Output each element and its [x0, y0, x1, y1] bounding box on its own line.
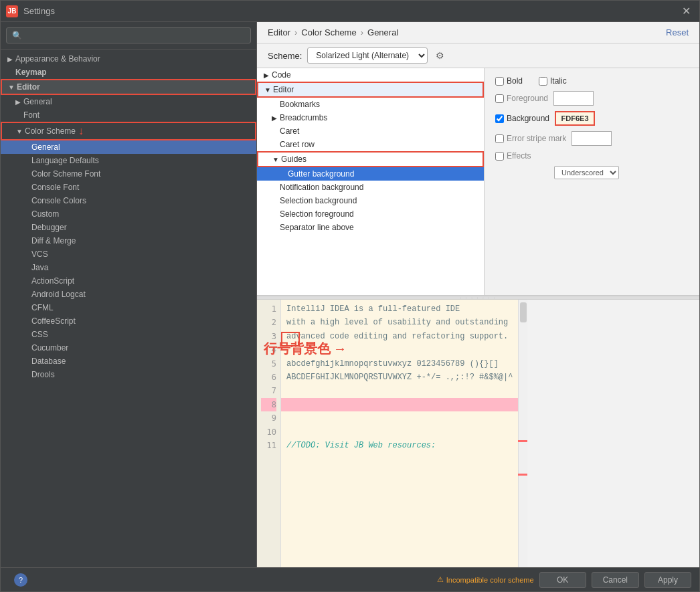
bold-italic-row: Bold Italic: [495, 76, 689, 86]
arrow-icon: [22, 290, 30, 298]
line-num-5: 5: [261, 357, 276, 371]
line-num-1: 1: [261, 302, 276, 316]
error-stripe-checkbox[interactable]: [495, 134, 504, 143]
arrow-icon: [22, 197, 30, 205]
breadcrumb: Editor › Color Scheme › General: [268, 27, 398, 37]
foreground-checkbox[interactable]: [495, 94, 504, 103]
sidebar-item-label: Console Font: [31, 183, 79, 192]
sidebar-item-css[interactable]: CSS: [1, 328, 256, 341]
preview-scrollbar[interactable]: [518, 300, 527, 567]
search-input[interactable]: [6, 27, 251, 43]
sidebar-item-general[interactable]: General: [1, 95, 256, 108]
sidebar-item-database[interactable]: Database: [1, 355, 256, 368]
tree-item-notif-bg[interactable]: Notification background: [257, 181, 484, 194]
sidebar-item-label: Keymap: [15, 68, 47, 77]
cancel-button[interactable]: Cancel: [592, 572, 639, 588]
sidebar-item-keymap[interactable]: Keymap: [1, 66, 256, 79]
nav-tree: Appearance & Behavior Keymap Editor Gene…: [1, 50, 256, 567]
arrow-icon: [14, 111, 22, 119]
code-line-11: //TODO: Visit JB Web resources:: [286, 439, 513, 452]
sidebar-item-label: Color Scheme: [25, 126, 76, 136]
sidebar-item-appearance[interactable]: Appearance & Behavior: [1, 52, 256, 66]
reset-button[interactable]: Reset: [666, 27, 689, 37]
gear-button[interactable]: ⚙: [433, 49, 447, 62]
effects-checkbox-label[interactable]: Effects: [495, 151, 531, 161]
sidebar-item-drools[interactable]: Drools: [1, 368, 256, 381]
sidebar-item-label: CSS: [31, 330, 48, 339]
bold-checkbox-label[interactable]: Bold: [495, 76, 523, 86]
sidebar-item-diff-merge[interactable]: Diff & Merge: [1, 234, 256, 248]
tree-item-bookmarks[interactable]: Bookmarks: [257, 98, 484, 111]
arrow-icon: [22, 237, 30, 245]
help-button[interactable]: ?: [14, 573, 27, 587]
close-button[interactable]: ✕: [678, 3, 694, 19]
error-stripe-swatch[interactable]: [572, 131, 612, 146]
tree-item-selection-bg[interactable]: Selection background: [257, 194, 484, 207]
tree-item-separator[interactable]: Separator line above: [257, 221, 484, 234]
chinese-label: 行号背景色: [264, 340, 331, 358]
effects-select[interactable]: Underscored Underwave Bordered: [554, 166, 619, 179]
line-num-9: 9: [261, 411, 276, 425]
sidebar-item-lang-defaults[interactable]: Language Defaults: [1, 154, 256, 167]
tree-item-guides[interactable]: Guides: [257, 151, 484, 167]
sidebar-item-cucumber[interactable]: Cucumber: [1, 341, 256, 355]
sidebar-item-console-colors[interactable]: Console Colors: [1, 194, 256, 207]
tree-item-breadcrumbs[interactable]: Breadcrumbs: [257, 111, 484, 124]
sidebar-item-cfml[interactable]: CFML: [1, 301, 256, 314]
background-color-swatch[interactable]: FDF6E3: [555, 111, 595, 126]
tree-item-selection-fg[interactable]: Selection foreground: [257, 207, 484, 221]
sidebar-item-label: Color Scheme Font: [31, 169, 100, 179]
sidebar-item-color-scheme[interactable]: Color Scheme ↓: [1, 122, 256, 140]
bottom-bar: ? ⚠ Incompatible color scheme OK Cancel …: [1, 567, 699, 591]
tree-item-gutter-bg[interactable]: Gutter background: [257, 167, 484, 181]
background-row: Background FDF6E3: [495, 111, 689, 126]
sidebar-item-java[interactable]: Java: [1, 261, 256, 274]
sidebar-item-coffeescript[interactable]: CoffeeScript: [1, 314, 256, 328]
italic-checkbox-label[interactable]: Italic: [539, 76, 567, 86]
sidebar-item-custom[interactable]: Custom: [1, 207, 256, 221]
code-line-1: IntelliJ IDEA is a full-featured IDE: [286, 302, 513, 316]
foreground-checkbox-label[interactable]: Foreground: [495, 94, 548, 103]
sidebar-item-android-logcat[interactable]: Android Logcat: [1, 288, 256, 301]
effects-checkbox[interactable]: [495, 152, 504, 161]
sidebar-item-console-font[interactable]: Console Font: [1, 181, 256, 194]
italic-checkbox[interactable]: [539, 77, 547, 86]
arrow-icon: [22, 223, 30, 231]
arrow-icon: [22, 304, 30, 312]
tree-item-label: Notification background: [280, 183, 363, 192]
tree-item-code[interactable]: Code: [257, 68, 484, 82]
breadcrumb-sep-2: ›: [361, 27, 363, 37]
tree-item-editor[interactable]: Editor: [257, 82, 484, 98]
scheme-select[interactable]: Solarized Light (Alternate) Default Darc…: [307, 47, 428, 64]
sidebar-item-font[interactable]: Font: [1, 108, 256, 122]
foreground-swatch[interactable]: [553, 91, 594, 106]
background-checkbox[interactable]: [495, 114, 504, 123]
sidebar-item-debugger[interactable]: Debugger: [1, 221, 256, 234]
apply-button[interactable]: Apply: [644, 572, 691, 588]
right-panel: Editor › Color Scheme › General Reset Sc…: [257, 22, 699, 567]
code-line-2: with a high level of usability and outst…: [286, 316, 513, 329]
foreground-row: Foreground: [495, 91, 689, 106]
window-title: Settings: [23, 6, 678, 16]
arrow-icon: [22, 344, 30, 352]
background-checkbox-label[interactable]: Background: [495, 114, 549, 123]
arrow-icon: [22, 183, 30, 191]
bold-checkbox[interactable]: [495, 77, 504, 86]
search-bar: [1, 22, 256, 50]
sidebar-item-vcs[interactable]: VCS: [1, 248, 256, 261]
ok-button[interactable]: OK: [539, 572, 586, 588]
sidebar-item-general-cs[interactable]: General: [1, 140, 256, 154]
scrollbar-thumb[interactable]: [520, 302, 527, 322]
sidebar-item-label: Android Logcat: [31, 290, 86, 299]
sidebar-item-cs-font[interactable]: Color Scheme Font: [1, 167, 256, 181]
error-stripe-label: Error stripe mark: [507, 134, 566, 143]
error-stripe-row: Error stripe mark: [495, 131, 689, 146]
error-stripe-checkbox-label[interactable]: Error stripe mark: [495, 134, 566, 143]
sidebar-item-editor[interactable]: Editor: [1, 79, 256, 95]
sidebar-item-label: Language Defaults: [31, 156, 99, 165]
arrow-icon: [22, 357, 30, 365]
tree-item-caret-row[interactable]: Caret row: [257, 138, 484, 151]
sidebar-item-label: General: [31, 142, 60, 152]
sidebar-item-actionscript[interactable]: ActionScript: [1, 274, 256, 288]
tree-item-caret[interactable]: Caret: [257, 124, 484, 138]
